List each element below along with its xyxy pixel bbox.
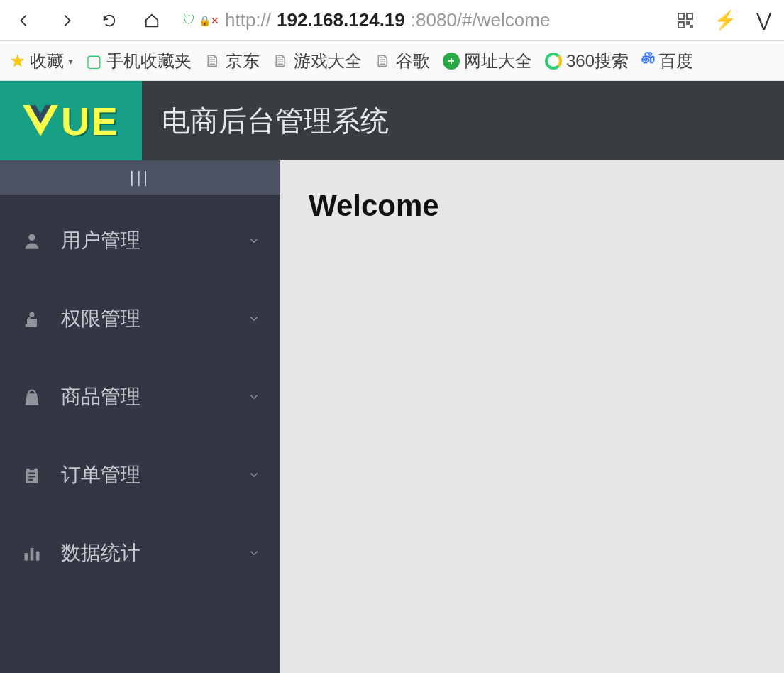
svg-rect-15	[36, 552, 40, 561]
svg-rect-10	[28, 473, 35, 474]
sidebar-item-stats[interactable]: 数据统计	[0, 514, 280, 592]
sidebar-menu: 用户管理 权限管理 商品管理	[0, 195, 280, 592]
back-button[interactable]	[13, 9, 35, 32]
bookmark-google[interactable]: 🗎 谷歌	[375, 50, 430, 72]
qr-code-icon[interactable]	[677, 12, 694, 29]
bookmark-label: 游戏大全	[294, 50, 362, 72]
url-prefix: http://	[225, 9, 271, 31]
url-suffix: :8080/#/welcome	[411, 9, 551, 31]
key-icon	[20, 309, 44, 329]
clipboard-icon	[20, 465, 44, 485]
insecure-icon: 🔒✕	[199, 15, 219, 26]
svg-rect-0	[678, 13, 684, 19]
bookmark-navsite[interactable]: + 网址大全	[443, 50, 532, 72]
chevron-down-icon	[248, 312, 260, 325]
svg-rect-1	[687, 13, 692, 19]
bookmark-360[interactable]: 360搜索	[545, 50, 629, 72]
url-ip: 192.168.124.19	[277, 9, 405, 31]
bookmark-label: 京东	[226, 50, 260, 72]
svg-rect-11	[28, 476, 35, 477]
bookmark-game[interactable]: 🗎 游戏大全	[272, 50, 362, 72]
sidebar-item-label: 订单管理	[61, 461, 231, 488]
main-content: Welcome	[280, 160, 784, 673]
star-icon: ★	[10, 51, 26, 71]
app-logo: UE	[0, 81, 142, 160]
chart-icon	[20, 543, 44, 563]
sidebar-item-label: 商品管理	[61, 383, 231, 410]
reload-icon	[101, 13, 117, 28]
collapse-toggle[interactable]: |||	[0, 160, 280, 195]
page-heading: Welcome	[309, 189, 756, 223]
svg-rect-7	[27, 319, 37, 327]
reload-button[interactable]	[98, 9, 121, 32]
sidebar-item-goods[interactable]: 商品管理	[0, 358, 280, 436]
home-button[interactable]	[140, 9, 163, 32]
user-icon	[20, 231, 44, 251]
page-icon: 🗎	[272, 51, 289, 71]
svg-rect-3	[687, 22, 689, 24]
page-icon: 🗎	[375, 51, 392, 71]
vue-v-icon	[23, 105, 58, 136]
bookmark-jd[interactable]: 🗎 京东	[204, 50, 260, 72]
bag-icon	[20, 387, 44, 407]
home-icon	[144, 13, 160, 28]
svg-rect-4	[690, 26, 692, 28]
sidebar-item-orders[interactable]: 订单管理	[0, 436, 280, 514]
logo-text: UE	[23, 98, 119, 144]
chevron-down-icon	[248, 469, 260, 481]
sidebar-item-label: 用户管理	[61, 227, 231, 254]
overflow-icon[interactable]: ⋁	[756, 9, 771, 31]
chevron-down-icon	[248, 390, 260, 403]
svg-rect-12	[28, 479, 33, 481]
app-title: 电商后台管理系统	[162, 102, 389, 141]
bookmark-label: 谷歌	[396, 50, 430, 72]
chevron-down-icon	[248, 547, 260, 559]
svg-point-5	[28, 234, 35, 241]
dropdown-icon: ▾	[68, 55, 73, 67]
svg-point-6	[30, 312, 35, 317]
plus-circle-icon: +	[443, 53, 460, 70]
app-layout: ||| 用户管理 权限管理	[0, 160, 784, 673]
bookmark-label: 网址大全	[464, 50, 532, 72]
phone-icon: ▢	[86, 51, 102, 71]
bookmark-label: 手机收藏夹	[106, 50, 192, 72]
svg-rect-9	[30, 466, 35, 470]
forward-button[interactable]	[55, 9, 78, 32]
circle-icon	[545, 53, 562, 70]
shield-icon: 🛡	[183, 13, 196, 28]
sidebar: ||| 用户管理 权限管理	[0, 160, 280, 673]
sidebar-item-users[interactable]: 用户管理	[0, 202, 280, 280]
page-icon: 🗎	[204, 51, 221, 71]
bookmark-mobile[interactable]: ▢ 手机收藏夹	[86, 50, 192, 72]
bookmark-favorites[interactable]: ★ 收藏 ▾	[10, 50, 73, 72]
svg-rect-14	[31, 548, 34, 561]
sidebar-item-label: 数据统计	[61, 540, 231, 567]
app-header: UE 电商后台管理系统	[0, 81, 784, 160]
chevron-left-icon	[16, 13, 32, 28]
chevron-down-icon	[248, 234, 260, 247]
bookmark-label: 百度	[659, 50, 693, 72]
bookmark-label: 收藏	[30, 50, 64, 72]
collapse-icon: |||	[130, 168, 150, 187]
svg-rect-13	[25, 553, 28, 561]
browser-nav-bar: 🛡 🔒✕ http://192.168.124.19:8080/#/welcom…	[0, 0, 784, 41]
bolt-icon[interactable]: ⚡	[714, 9, 736, 31]
bookmark-label: 360搜索	[566, 50, 629, 72]
sidebar-item-label: 权限管理	[61, 305, 231, 332]
bookmarks-bar: ★ 收藏 ▾ ▢ 手机收藏夹 🗎 京东 🗎 游戏大全 🗎 谷歌 + 网址大全 3…	[0, 41, 784, 81]
baidu-icon: ෯	[641, 53, 655, 69]
svg-rect-2	[678, 22, 684, 28]
bookmark-baidu[interactable]: ෯ 百度	[641, 50, 693, 72]
sidebar-item-permissions[interactable]: 权限管理	[0, 280, 280, 358]
chevron-right-icon	[59, 13, 74, 28]
address-bar[interactable]: 🛡 🔒✕ http://192.168.124.19:8080/#/welcom…	[183, 9, 657, 31]
